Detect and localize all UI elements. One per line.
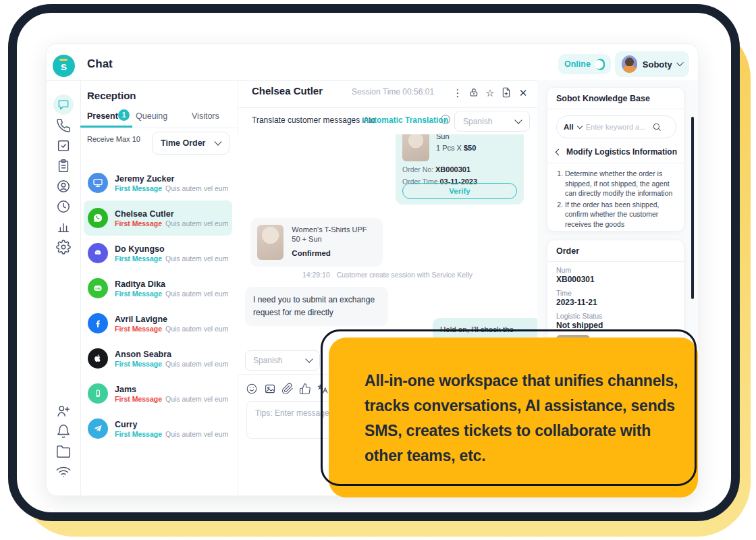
online-status: Online [558, 54, 611, 74]
message-preview: Quis autem vel eum iu... [165, 395, 228, 403]
nav-analytics-icon[interactable] [56, 219, 71, 234]
product-qty: 1 Pcs [436, 144, 455, 152]
product-name: Sun [436, 134, 476, 141]
reply-language-value: Spanish [253, 356, 282, 365]
nav-notifications-icon[interactable] [56, 424, 71, 439]
lock-icon[interactable] [468, 87, 480, 99]
order-time-value: 2023-11-21 [556, 298, 597, 307]
list-item[interactable]: Jams First MessageQuis autem vel eum iu.… [84, 376, 232, 411]
translate-mode-link[interactable]: Automatic Translation [363, 115, 448, 125]
order-num-value: XB000301 [556, 275, 595, 284]
nav-clipboard-icon[interactable] [56, 159, 71, 173]
present-count-badge: 1 [118, 109, 130, 121]
emoji-icon[interactable] [246, 383, 258, 395]
online-toggle[interactable] [596, 59, 605, 70]
order-title: Order [556, 246, 579, 256]
sort-order-select[interactable]: Time Order [152, 132, 230, 155]
attachment-icon[interactable] [281, 383, 294, 395]
system-text: Customer create session with Service Kel… [337, 271, 473, 279]
nav-files-icon[interactable] [56, 444, 71, 459]
rail-divider [80, 80, 81, 496]
star-icon[interactable]: ☆ [484, 87, 496, 99]
channel-line-icon: LINE [88, 278, 108, 298]
nav-settings-icon[interactable] [56, 240, 71, 254]
sort-order-value: Time Order [161, 138, 205, 148]
list-item[interactable]: Avril Lavigne First MessageQuis autem ve… [84, 306, 232, 341]
order-no-label: Order No: [402, 165, 433, 173]
back-icon[interactable] [556, 148, 562, 155]
verify-button[interactable]: Verify [402, 183, 517, 199]
contact-name: Do Kyungso [115, 244, 228, 254]
nav-chat-icon[interactable] [53, 94, 74, 115]
list-item[interactable]: Curry First MessageQuis autem vel eum iu… [84, 411, 232, 446]
list-item[interactable]: Do Kyungso First MessageQuis autem vel e… [84, 236, 232, 271]
nav-contacts-icon[interactable] [56, 179, 71, 194]
close-icon[interactable]: ✕ [517, 87, 529, 99]
message-tag: First Message [115, 360, 162, 368]
message-tag: First Message [115, 254, 162, 263]
session-time: Session Time 00:56:01 [352, 87, 434, 97]
reply-language-select[interactable]: Spanish [245, 350, 320, 371]
tab-present[interactable]: Present [87, 111, 118, 121]
profile-menu[interactable]: Soboty [615, 51, 689, 77]
tab-visitors[interactable]: Visitors [192, 111, 219, 121]
svg-text:LINE: LINE [95, 288, 101, 290]
kb-search[interactable]: All [556, 115, 676, 138]
translate-language-select[interactable]: Spanish [454, 111, 530, 132]
more-options-icon[interactable]: ⋮ [452, 87, 464, 99]
info-icon[interactable]: i [441, 115, 450, 124]
channel-discord-icon [88, 243, 108, 263]
kb-step: If the order has been shipped, confirm w… [565, 200, 678, 230]
avatar [622, 55, 637, 73]
times-sign: X [457, 144, 462, 152]
nav-phone-icon[interactable] [56, 118, 71, 133]
list-item-selected[interactable]: Chelsea Cutler First MessageQuis autem v… [84, 200, 232, 236]
message-tag: First Message [115, 430, 162, 438]
chevron-down-icon [576, 124, 582, 129]
kb-steps: Determine whether the order is shipped, … [565, 169, 678, 230]
kb-article-header[interactable]: Modify Logistics Information [556, 147, 677, 157]
chat-contact-name: Chelsea Cutler [252, 85, 323, 97]
order-time-label: Time [556, 289, 572, 297]
customer-message-bubble: I need you to submit an exchange request… [245, 287, 388, 326]
nav-history-icon[interactable] [56, 199, 71, 214]
search-icon[interactable] [652, 122, 662, 132]
kb-search-input[interactable] [586, 123, 648, 131]
user-name: Soboty [643, 59, 672, 70]
chevron-down-icon [305, 355, 313, 362]
nav-invite-icon[interactable] [56, 404, 71, 418]
order-num-label: Num [556, 266, 571, 274]
message-preview: Quis autem vel eum iu... [165, 360, 228, 368]
logo-letter: s [61, 60, 67, 73]
translate-language-value: Spanish [463, 117, 492, 126]
message-tag: First Message [115, 325, 162, 333]
tab-queuing[interactable]: Queuing [136, 111, 167, 121]
kb-filter-value[interactable]: All [564, 123, 574, 131]
online-label: Online [564, 59, 591, 69]
contact-name: Jeremy Zucker [115, 173, 228, 184]
list-item[interactable]: Anson Seabra First MessageQuis autem vel… [84, 341, 232, 376]
order-message-card: Sun 1 Pcs X $50 Order No: XB000301 Order… [396, 134, 524, 205]
nav-tasks-icon[interactable] [56, 138, 71, 153]
order-no-value: XB000301 [435, 165, 470, 173]
panel-scrollbar[interactable] [691, 117, 694, 299]
chevron-down-icon [676, 59, 684, 67]
product-photo [257, 225, 284, 260]
divider [547, 163, 684, 163]
message-preview: Quis autem vel eum iu... [165, 325, 228, 333]
thumbs-up-icon[interactable] [299, 383, 311, 395]
channel-mobile-icon [88, 383, 108, 404]
list-item[interactable]: Jeremy Zucker First MessageQuis autem ve… [84, 165, 232, 200]
order-status: Confirmed [292, 249, 376, 257]
message-preview: Quis autem vel eum iu... [165, 219, 228, 227]
file-add-icon[interactable] [500, 87, 512, 99]
contact-name: Raditya Dika [115, 279, 228, 290]
product-price: $50 [464, 144, 476, 152]
system-time: 14:29:10 [302, 271, 330, 279]
nav-network-icon[interactable] [56, 464, 71, 479]
image-attach-icon[interactable] [264, 383, 276, 395]
list-item[interactable]: LINE Raditya Dika First MessageQuis aute… [84, 271, 232, 306]
sobot-logo: s [53, 55, 75, 77]
channel-whatsapp-icon [88, 208, 108, 228]
knowledge-base-card: Sobot Knowledge Base All Modify Logistic… [547, 87, 684, 232]
